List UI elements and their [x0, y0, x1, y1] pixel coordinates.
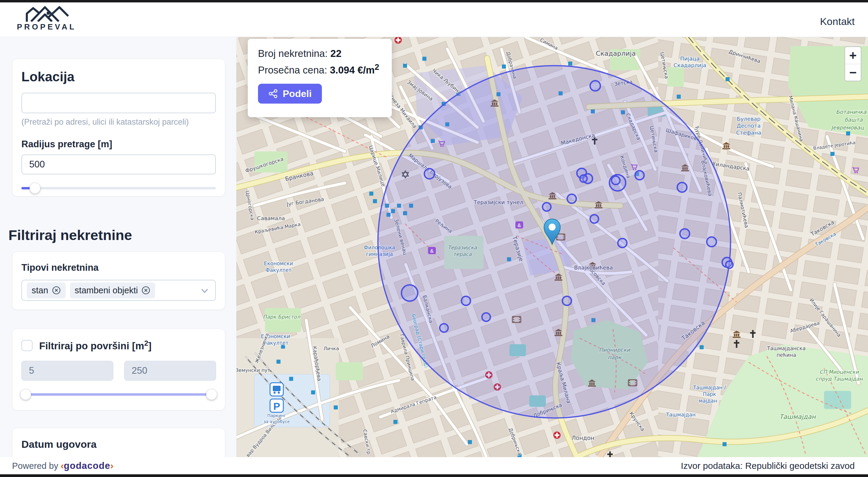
property-marker[interactable]	[635, 171, 644, 180]
share-label: Podeli	[283, 88, 312, 99]
property-types-card: Tipovi nekretnina stan stambeni objekti	[12, 252, 225, 310]
street-label: Стефана	[736, 130, 761, 136]
app-header: PROPEVAL Kontakt	[0, 2, 868, 37]
address-search-input[interactable]	[22, 93, 216, 113]
map[interactable]: P&& СкадарлијаПијацаСкадарлијаЗетскаДрин…	[236, 37, 868, 457]
radius-input[interactable]	[22, 155, 216, 174]
property-marker[interactable]	[612, 176, 620, 184]
area-max-input[interactable]	[124, 361, 216, 381]
street-label: Економски	[264, 261, 293, 267]
transit-stop-icon	[468, 440, 472, 444]
property-marker[interactable]	[590, 81, 600, 91]
street-label: Булевар	[737, 116, 761, 122]
street-label: за аутобусе	[264, 419, 290, 424]
types-multiselect[interactable]: stan stambeni objekti	[22, 280, 216, 301]
radius-slider[interactable]	[22, 182, 216, 194]
radius-slider-thumb[interactable]	[30, 183, 40, 194]
types-label: Tipovi nekretnina	[22, 262, 216, 273]
street-label: Ташмајданска	[767, 345, 806, 351]
contract-date-title: Datum ugovora	[22, 438, 216, 450]
property-marker[interactable]	[726, 261, 733, 268]
street-label: Јевремовац	[831, 124, 864, 131]
screen-top-bar	[0, 0, 868, 2]
chip-stambeni-label: stambeni objekti	[75, 285, 138, 296]
area-range-slider[interactable]	[22, 388, 216, 401]
radius-slider-track[interactable]	[22, 187, 216, 190]
property-marker[interactable]	[618, 238, 627, 247]
share-icon	[268, 89, 278, 99]
street-label: Ташмајдан	[666, 412, 695, 418]
street-label: башта	[844, 116, 863, 123]
powered-by[interactable]: Powered by ‹godacode›	[12, 461, 113, 471]
property-marker[interactable]	[482, 313, 490, 321]
area-slider-thumb-max[interactable]	[206, 389, 217, 400]
chip-remove-icon[interactable]	[141, 286, 150, 295]
filter-section-title: Filtriraj nekretnine	[8, 227, 132, 243]
street-label: СП Миоценски	[819, 369, 859, 375]
map-overlays	[378, 66, 733, 418]
area-min-input[interactable]	[22, 361, 113, 381]
property-marker[interactable]	[440, 324, 448, 332]
transit-stop-icon	[277, 360, 280, 364]
street-label: Пијаца	[680, 56, 700, 62]
data-source: Izvor podataka: Republički geodetski zav…	[681, 461, 855, 471]
share-button[interactable]: Podeli	[258, 84, 322, 104]
brand-name: PROPEVAL	[17, 22, 76, 32]
property-marker[interactable]	[707, 237, 716, 247]
transit-stop-icon	[700, 345, 704, 349]
search-hint: (Pretraži po adresi, ulici ili katastars…	[22, 117, 216, 127]
property-marker[interactable]	[562, 296, 571, 305]
transit-stop-icon	[394, 420, 397, 424]
property-marker[interactable]	[542, 203, 551, 211]
street-label: Паркинг	[267, 413, 286, 418]
street-label: Парк Бристол	[263, 314, 301, 320]
property-marker[interactable]	[590, 215, 598, 223]
property-marker[interactable]	[461, 296, 470, 305]
property-marker[interactable]	[424, 169, 435, 179]
area-filter-checkbox[interactable]	[22, 340, 33, 351]
transit-stop-icon	[423, 57, 426, 61]
screen-bottom-bar	[0, 474, 868, 477]
street-label: Скадарлија	[596, 50, 636, 57]
property-count-value: 22	[330, 48, 341, 59]
svg-text:P: P	[273, 401, 280, 412]
property-marker[interactable]	[680, 229, 689, 238]
transit-stop-icon	[370, 192, 373, 196]
transit-stop-icon	[373, 199, 377, 203]
transit-stop-icon	[334, 406, 338, 409]
zoom-in-button[interactable]: +	[845, 47, 861, 64]
transit-stop-icon	[677, 95, 681, 99]
area-filter-card: Filtriraj po površini [m2]	[12, 329, 225, 410]
chip-stambeni-objekti[interactable]: stambeni objekti	[70, 282, 156, 299]
property-marker[interactable]	[677, 182, 687, 192]
street-label: Ташмајдан /	[693, 384, 726, 390]
chip-stan[interactable]: stan	[27, 282, 66, 299]
location-card: Lokacija (Pretraži po adresi, ulici ili …	[12, 59, 225, 196]
transit-stop-icon	[289, 377, 293, 381]
sidebar: Lokacija (Pretraži po adresi, ulici ili …	[0, 37, 236, 457]
contact-link[interactable]: Kontakt	[820, 16, 855, 27]
property-marker[interactable]	[401, 285, 418, 301]
brand-logo[interactable]: PROPEVAL	[17, 5, 76, 32]
property-count-line: Broj nekretnina: 22	[258, 48, 381, 59]
street-label: Личка	[323, 346, 339, 351]
street-label: Парк	[703, 391, 716, 397]
search-radius-circle[interactable]	[378, 66, 731, 418]
street-label: Скадарлија	[674, 62, 707, 68]
property-marker[interactable]	[567, 194, 576, 203]
med-icon	[553, 432, 561, 439]
street-label: мајдан	[699, 398, 717, 404]
propeval-logo-icon	[24, 5, 69, 22]
street-label: пећина	[776, 352, 796, 358]
map-zoom-control: + −	[844, 46, 861, 81]
zoom-out-button[interactable]: −	[845, 64, 861, 81]
area-slider-track[interactable]	[22, 393, 216, 396]
chevron-down-icon[interactable]	[199, 286, 210, 296]
chip-remove-icon[interactable]	[52, 286, 61, 295]
property-marker[interactable]	[580, 175, 587, 182]
street-label: Деспота	[737, 123, 761, 129]
street-label: Ташмајдан	[779, 413, 816, 420]
transit-stop-icon	[723, 442, 726, 446]
transit-stop-icon	[311, 390, 315, 394]
area-slider-thumb-min[interactable]	[20, 389, 31, 400]
